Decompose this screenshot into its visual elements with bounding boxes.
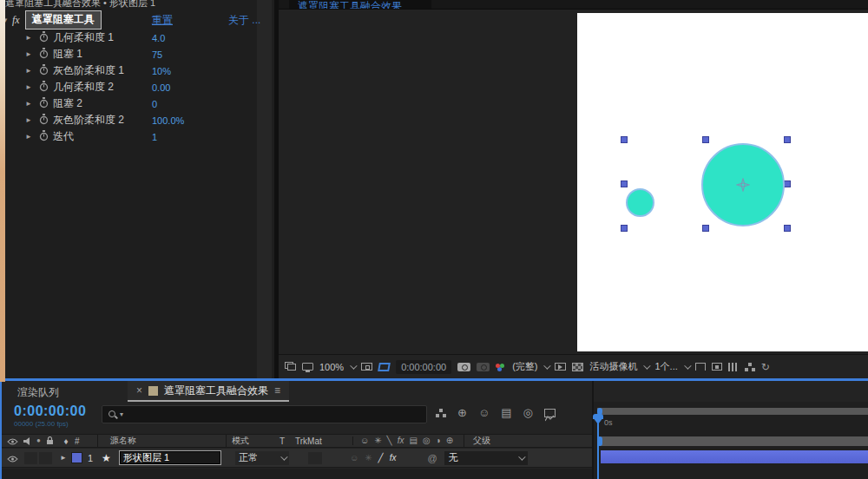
anchor-point-icon[interactable]	[736, 178, 750, 195]
expand-icon[interactable]: ►	[23, 83, 34, 91]
hide-shy-layers-icon[interactable]: ☺	[478, 407, 490, 418]
stopwatch-icon[interactable]	[39, 30, 49, 46]
layer-label-chip[interactable]	[71, 452, 82, 463]
view-count-chevron-icon[interactable]	[684, 362, 691, 369]
stopwatch-icon[interactable]	[39, 47, 49, 62]
render-queue-tab[interactable]: 渲染队列	[17, 385, 59, 400]
shape-circle-small[interactable]	[626, 188, 654, 217]
preserve-transparency-column[interactable]: T	[279, 436, 295, 446]
selection-handle[interactable]	[621, 180, 628, 187]
current-timecode[interactable]: 0:00:00:00	[14, 404, 86, 419]
selection-handle[interactable]	[784, 225, 791, 232]
layer-visibility-eye-icon[interactable]	[7, 450, 24, 466]
composition-timeline-tab[interactable]: × 遮罩阻塞工具融合效果 ≡	[128, 381, 289, 402]
selection-handle[interactable]	[784, 180, 791, 187]
camera-chevron-icon[interactable]	[644, 362, 651, 369]
expand-icon[interactable]: ►	[23, 67, 34, 75]
property-value[interactable]: 1	[152, 132, 157, 142]
timeline-search-input[interactable]: ▾	[102, 405, 427, 423]
stopwatch-icon[interactable]	[39, 96, 49, 112]
layer-shy-toggle[interactable]: ☺	[350, 454, 358, 463]
selection-handle[interactable]	[621, 225, 628, 232]
motion-blur-column-icon[interactable]: ◎	[423, 436, 431, 445]
layer-duration-bar[interactable]	[601, 450, 868, 463]
graph-editor-icon[interactable]	[544, 409, 556, 417]
flowchart-icon[interactable]	[745, 363, 755, 371]
close-tab-icon[interactable]: ×	[136, 384, 142, 397]
audio-speaker-icon[interactable]	[23, 433, 31, 449]
resolution-chevron-icon[interactable]	[544, 362, 551, 369]
exposure-adjust-icon[interactable]	[712, 363, 722, 371]
video-eye-icon[interactable]	[7, 433, 18, 449]
mini-flowchart-icon[interactable]	[436, 409, 446, 417]
number-column-icon[interactable]: #	[75, 436, 97, 446]
3d-layer-column-icon[interactable]: ⊕	[446, 436, 453, 445]
resolution-value[interactable]: (完整)	[512, 360, 537, 373]
fx-icon[interactable]: fx	[12, 14, 20, 27]
expand-icon[interactable]: ►	[23, 116, 34, 124]
about-button[interactable]: 关于 ...	[228, 13, 260, 28]
preview-monitor-icon[interactable]	[302, 363, 313, 371]
preview-timecode[interactable]: 0:00:00:00	[396, 360, 451, 374]
trkmat-cell[interactable]	[308, 452, 322, 464]
layer-expand-icon[interactable]: ►	[56, 454, 71, 462]
property-value[interactable]: 0	[152, 99, 157, 109]
expand-icon[interactable]: ►	[23, 50, 34, 58]
property-value[interactable]: 75	[152, 49, 162, 60]
reset-button[interactable]: 重置	[152, 13, 173, 28]
expand-icon[interactable]: ►	[23, 34, 34, 42]
parent-column[interactable]: 父级	[464, 435, 594, 447]
frame-blend-column-icon[interactable]: ▤	[409, 436, 417, 445]
property-value[interactable]: 10%	[152, 66, 171, 76]
stopwatch-icon[interactable]	[39, 63, 49, 79]
label-column-icon[interactable]: ♦	[57, 436, 75, 446]
collapse-column-icon[interactable]: ✳	[374, 436, 381, 445]
playhead-line[interactable]	[597, 417, 599, 479]
panel-menu-icon[interactable]: ≡	[274, 384, 280, 397]
grid-guides-icon[interactable]	[695, 363, 706, 371]
layer-row[interactable]: ► 1 ★ 形状图层 1 正常 ☺ ✳ ╱ fx @ 无	[2, 449, 594, 468]
draft-3d-icon[interactable]: ⊕	[457, 407, 467, 418]
effect-name[interactable]: 遮罩阻塞工具	[25, 10, 102, 30]
frame-blending-icon[interactable]: ▤	[501, 407, 511, 418]
lock-icon[interactable]	[46, 433, 54, 449]
property-value[interactable]: 0.00	[152, 82, 170, 93]
shy-column-icon[interactable]: ☺	[360, 436, 369, 445]
layer-quality-toggle[interactable]: ╱	[378, 454, 384, 463]
quality-column-icon[interactable]: ╲	[387, 436, 392, 445]
snapshot-camera-icon[interactable]	[457, 363, 470, 371]
timeline-navigator-bar[interactable]	[597, 436, 868, 446]
stopwatch-icon[interactable]	[39, 129, 49, 145]
trkmat-column[interactable]: TrkMat	[295, 436, 352, 446]
layer-effects-toggle[interactable]: fx	[390, 454, 397, 463]
parent-pick-whip-icon[interactable]: @	[427, 453, 437, 463]
view-layout-icon[interactable]	[287, 364, 296, 371]
camera-view-value[interactable]: 活动摄像机	[589, 360, 637, 373]
histogram-icon[interactable]	[728, 363, 739, 371]
work-area-bar[interactable]	[597, 408, 868, 415]
composition-canvas[interactable]	[577, 13, 868, 351]
expand-icon[interactable]: ►	[23, 133, 34, 141]
composition-viewer[interactable]	[279, 10, 868, 354]
fast-preview-icon[interactable]	[555, 363, 566, 371]
property-value[interactable]: 4.0	[152, 33, 165, 43]
view-count-value[interactable]: 1个...	[654, 360, 677, 373]
effects-column-icon[interactable]: fx	[398, 436, 404, 445]
stopwatch-icon[interactable]	[39, 80, 49, 95]
solo-icon[interactable]: ●	[36, 437, 41, 444]
selection-handle[interactable]	[621, 136, 628, 143]
transparency-grid-icon[interactable]	[572, 363, 583, 371]
stopwatch-icon[interactable]	[39, 113, 49, 128]
selection-handle[interactable]	[702, 225, 709, 232]
region-of-interest-icon[interactable]	[378, 363, 391, 371]
mode-column[interactable]: 模式	[226, 435, 279, 447]
show-channels-icon[interactable]	[496, 363, 506, 371]
source-name-column[interactable]: 源名称	[97, 435, 226, 447]
layer-name-field[interactable]: 形状图层 1	[119, 450, 221, 465]
reset-exposure-icon[interactable]: ↻	[761, 362, 770, 372]
show-snapshot-icon[interactable]	[477, 363, 490, 371]
playhead-marker[interactable]	[593, 417, 603, 424]
magnification-value[interactable]: 100%	[319, 362, 344, 372]
parent-dropdown[interactable]: 无	[444, 451, 528, 465]
blend-mode-dropdown[interactable]: 正常	[235, 451, 289, 465]
